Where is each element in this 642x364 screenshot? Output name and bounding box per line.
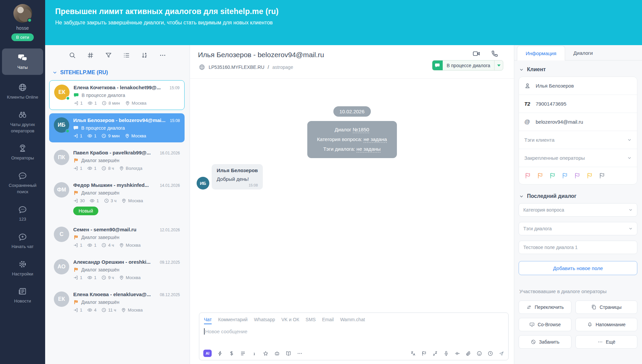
user-avatar[interactable] (13, 4, 32, 23)
online-dot (66, 96, 70, 100)
favorite-star-icon[interactable] (263, 351, 269, 356)
list-view-icon[interactable] (123, 52, 130, 59)
last-dialog-section-header[interactable]: Последний диалог (519, 193, 637, 199)
quick-replies-icon[interactable] (217, 351, 223, 356)
client-card: Илья Белозеров T2 79001473695 @ belozero… (519, 77, 637, 185)
flag-icon[interactable] (586, 172, 593, 179)
chat-status: В процессе диалога (82, 93, 125, 98)
sidebar-item-operators[interactable]: Операторы (2, 140, 43, 165)
tab-comment[interactable]: Комментарий (218, 317, 247, 324)
sidebar-item-clients-online[interactable]: Клиенты Online (2, 80, 43, 104)
info-icon[interactable] (251, 351, 257, 356)
participants-label: Участвовавшие в диалоге операторы (519, 288, 637, 294)
payment-icon[interactable] (229, 351, 234, 356)
flag-icon[interactable] (574, 172, 581, 179)
sidebar-item-start-chat[interactable]: Начать чат (2, 229, 43, 253)
chat-list-item[interactable]: АО Александр Орешкин - oreshki...09.12.2… (49, 255, 185, 284)
limit-warning-banner: Превышен лимит активных диалогов для sit… (45, 0, 642, 45)
pages-button[interactable]: Страницы (575, 300, 637, 314)
video-call-icon[interactable] (472, 50, 480, 57)
online-status-badge[interactable]: В сети (11, 33, 34, 41)
add-field-button[interactable]: Добавить новое поле (519, 261, 637, 275)
dialog-number-link[interactable]: №1850 (353, 127, 369, 133)
flag-icon[interactable] (537, 172, 544, 179)
tab-vk-ok[interactable]: VK и ОК (281, 317, 299, 324)
switch-operator-button[interactable]: Переключить (519, 300, 571, 314)
client-phone-row[interactable]: T2 79001473695 (519, 95, 637, 113)
client-section-header[interactable]: Клиент (519, 67, 637, 73)
clock-icon (101, 133, 106, 138)
source-page[interactable]: astropage (272, 65, 293, 70)
client-name-row[interactable]: Илья Белозеров (519, 77, 637, 95)
more-icon[interactable] (297, 351, 303, 356)
new-badge: Новый (73, 207, 98, 215)
tab-information[interactable]: Информация (517, 46, 565, 60)
flag-icon[interactable] (599, 172, 606, 179)
phone-call-icon[interactable] (491, 50, 499, 57)
dialog-status-dropdown[interactable]: В процессе диалога (432, 60, 503, 71)
schedule-icon[interactable] (488, 351, 493, 356)
mic-icon[interactable] (443, 351, 449, 356)
flag-icon[interactable] (549, 172, 556, 179)
sidebar-item-123[interactable]: 123 (2, 202, 43, 226)
sidebar-item-news[interactable]: Новости (2, 283, 43, 308)
tags-link[interactable]: не заданы (356, 146, 381, 152)
custom-field-input[interactable]: Тестовое поле диалога 1 (519, 241, 637, 254)
chat-list-item[interactable]: ПК Павел Крабов - pavelkrab99@...16.01.2… (49, 146, 185, 175)
translate-icon[interactable] (410, 351, 416, 356)
chat-time: 12.01.2026 (160, 228, 180, 232)
attachment-icon[interactable] (465, 351, 471, 356)
client-email-row[interactable]: @ belozerov94@mail.ru (519, 113, 637, 131)
ai-assist-button[interactable]: AI (203, 350, 212, 357)
pinned-operators-row[interactable]: Закрепленные операторы (519, 149, 637, 167)
hash-icon[interactable] (87, 52, 94, 59)
sidebar-item-other-operators-chats[interactable]: Чаты других операторов (2, 107, 43, 138)
dialog-active-icon (74, 93, 79, 98)
chatbot-icon[interactable] (274, 351, 280, 356)
tab-chat[interactable]: Чат (204, 317, 212, 324)
sidebar-item-settings[interactable]: Настройки (2, 256, 43, 281)
search-icon[interactable] (69, 52, 76, 59)
cobrowse-button[interactable]: Co-Browse (519, 318, 571, 331)
tab-dialogs[interactable]: Диалоги (565, 46, 601, 60)
chevron-down-icon (52, 70, 57, 75)
sort-az-icon[interactable] (141, 52, 148, 59)
chevron-down-icon (519, 194, 524, 199)
more-icon[interactable] (159, 52, 166, 59)
chat-list-item[interactable]: ЕК Елена Клюева - elenaklueva@...08.12.2… (49, 287, 185, 317)
more-button[interactable]: Ещё (575, 335, 637, 349)
tab-email[interactable]: Email (322, 317, 334, 324)
flag-icon[interactable] (524, 172, 531, 179)
send-icon[interactable] (499, 351, 504, 356)
list-icon[interactable] (240, 351, 246, 356)
category-link[interactable]: не задана (363, 136, 387, 143)
chat-list-item[interactable]: ЕК Елена Кочеткова - lenakochet99@...15:… (49, 80, 185, 110)
voice-message-icon[interactable] (454, 351, 460, 356)
tab-sms[interactable]: SMS (306, 317, 316, 324)
tab-whatsapp[interactable]: Whatsapp (254, 317, 275, 324)
sidebar-item-chats[interactable]: Чаты (2, 48, 43, 75)
ban-button[interactable]: Забанить (519, 335, 571, 349)
chat-list-item[interactable]: ФМ Федор Мышкин - myshkinfed...14.01.202… (49, 178, 185, 219)
reminder-button[interactable]: Напоминание (575, 318, 637, 331)
message-input[interactable]: Новое сообщение (204, 328, 504, 335)
knowledge-base-icon[interactable] (286, 351, 291, 356)
visits-icon (73, 198, 78, 203)
dialog-tags-select[interactable]: Тэги диалога (519, 222, 637, 235)
chat-list-item-selected[interactable]: ИБ Илья Белозеров - belozerov94@mai...15… (49, 113, 185, 142)
category-select[interactable]: Категория вопроса (519, 203, 637, 217)
site-group-header[interactable]: SITEHELP.ME (RU) (52, 70, 190, 76)
tab-wamm-chat[interactable]: Wamm.chat (340, 317, 365, 324)
snooze-icon[interactable] (432, 351, 438, 356)
sidebar-item-saved-search[interactable]: Сохраненный поиск (2, 168, 43, 199)
location-pin-icon (119, 166, 124, 171)
filter-icon[interactable] (105, 52, 112, 59)
avatar: С (54, 227, 69, 242)
source-domain[interactable]: LP535160.MYFLEXBE.RU (209, 65, 264, 70)
emoji-icon[interactable] (476, 351, 482, 356)
flag-icon[interactable] (561, 172, 568, 179)
client-tags-row[interactable]: Тэги клиента (519, 131, 637, 149)
chevron-down-icon (519, 68, 524, 72)
flag-icon[interactable] (421, 351, 427, 356)
chat-list-item[interactable]: С Семен - semen90@mail.ru12.01.2026 Диал… (49, 223, 185, 252)
